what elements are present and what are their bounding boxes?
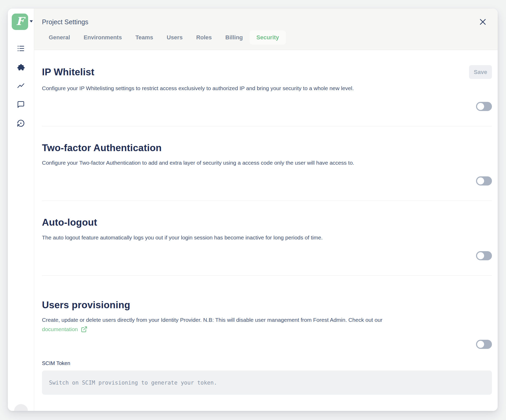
- section-two-factor: Two-factor Authentication Configure your…: [42, 126, 492, 201]
- tab-security[interactable]: Security: [250, 30, 286, 45]
- settings-header: Project Settings General Environments Te…: [34, 9, 498, 50]
- section-description: Configure your Two-factor Authentication…: [42, 159, 474, 167]
- user-avatar[interactable]: [14, 404, 28, 411]
- puzzle-icon[interactable]: [17, 63, 25, 71]
- workspace-caret-icon[interactable]: [30, 20, 33, 22]
- section-users-provisioning: Users provisioning Create, update or del…: [42, 276, 492, 395]
- activity-icon[interactable]: [17, 82, 25, 90]
- list-icon[interactable]: [17, 45, 25, 52]
- page-title: Project Settings: [42, 18, 88, 26]
- documentation-link[interactable]: documentation: [42, 326, 78, 332]
- section-title: Auto-logout: [42, 217, 492, 228]
- tab-general[interactable]: General: [42, 30, 77, 45]
- close-icon[interactable]: [477, 16, 488, 27]
- two-factor-toggle[interactable]: [476, 176, 492, 186]
- tab-teams[interactable]: Teams: [129, 30, 160, 45]
- ip-whitelist-toggle[interactable]: [476, 102, 492, 111]
- section-description: Configure your IP Whitelisting settings …: [42, 84, 474, 92]
- project-settings-modal: F: [8, 9, 498, 411]
- settings-tabs: General Environments Teams Users Roles B…: [42, 30, 498, 45]
- section-title: Users provisioning: [42, 300, 492, 311]
- auto-logout-toggle[interactable]: [476, 251, 492, 260]
- section-description: Create, update or delete users directly …: [42, 316, 474, 324]
- tab-environments[interactable]: Environments: [77, 30, 129, 45]
- section-description: The auto logout feature automatically lo…: [42, 233, 474, 242]
- tab-users[interactable]: Users: [160, 30, 189, 45]
- forest-admin-logo[interactable]: F: [12, 14, 28, 30]
- external-link-icon[interactable]: [81, 326, 88, 333]
- app-sidebar: F: [8, 9, 34, 411]
- scim-token-label: SCIM Token: [42, 360, 492, 366]
- section-auto-logout: Auto-logout The auto logout feature auto…: [42, 201, 492, 275]
- save-button[interactable]: Save: [469, 65, 492, 79]
- scim-provisioning-toggle[interactable]: [476, 340, 492, 349]
- tab-billing[interactable]: Billing: [219, 30, 250, 45]
- section-title: Two-factor Authentication: [42, 143, 492, 154]
- chat-icon[interactable]: [17, 101, 25, 108]
- section-ip-whitelist: IP Whitelist Save Configure your IP Whit…: [42, 50, 492, 126]
- section-title: IP Whitelist: [42, 67, 94, 78]
- scim-token-field: Switch on SCIM provisioning to generate …: [42, 370, 492, 395]
- tab-roles[interactable]: Roles: [189, 30, 219, 45]
- history-icon[interactable]: [17, 119, 25, 127]
- security-settings-content: IP Whitelist Save Configure your IP Whit…: [34, 50, 498, 411]
